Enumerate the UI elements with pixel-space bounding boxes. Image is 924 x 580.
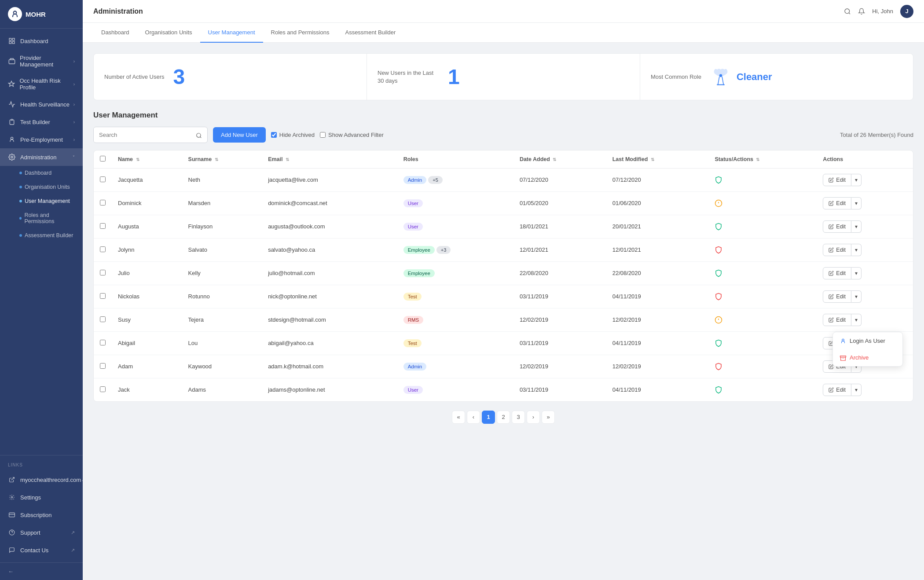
page-1-button[interactable]: 1 <box>482 411 495 424</box>
login-as-user-option[interactable]: Login As User <box>833 332 902 349</box>
tab-organisation-units[interactable]: Organisation Units <box>137 23 200 43</box>
most-common-role-value: Cleaner <box>737 71 772 83</box>
action-group: Edit ▾ <box>823 220 907 233</box>
sidebar-item-provider-management[interactable]: Provider Management › <box>0 50 83 73</box>
sidebar-sub-organisation-units[interactable]: Organisation Units <box>0 180 83 194</box>
sidebar-item-pre-employment[interactable]: Pre-Employment › <box>0 131 83 148</box>
sidebar-sub-assessment-builder[interactable]: Assessment Builder <box>0 228 83 242</box>
show-advanced-filter-label: Show Advanced Filter <box>328 132 384 138</box>
show-advanced-filter-checkbox[interactable]: Show Advanced Filter <box>320 132 384 138</box>
col-last-modified: Last Modified ⇅ <box>606 151 709 169</box>
health-surveillance-icon <box>8 100 16 108</box>
sidebar-sub-user-management[interactable]: User Management <box>0 194 83 208</box>
hide-archived-checkbox[interactable]: Hide Archived <box>271 132 315 138</box>
cell-roles: Admin+5 <box>397 168 513 191</box>
row-checkbox[interactable] <box>100 223 106 229</box>
cell-date-added: 07/12/2020 <box>513 168 606 191</box>
sidebar-item-administration[interactable]: Administration ˅ <box>0 148 83 166</box>
tab-roles-permissions[interactable]: Roles and Permissions <box>263 23 337 43</box>
row-checkbox[interactable] <box>100 200 106 206</box>
collapse-button[interactable]: ← <box>0 563 83 580</box>
tab-assessment-builder[interactable]: Assessment Builder <box>337 23 403 43</box>
add-new-user-button[interactable]: Add New User <box>213 127 266 143</box>
dropdown-toggle-button[interactable]: ▾ <box>851 197 862 209</box>
prev-page-button[interactable]: ‹ <box>467 411 480 424</box>
logo[interactable]: MOHR <box>0 0 83 29</box>
sidebar-link-settings[interactable]: Settings <box>0 488 83 506</box>
dropdown-toggle-button[interactable]: ▾ <box>851 384 862 396</box>
cleaner-icon <box>710 66 731 88</box>
row-checkbox[interactable] <box>100 386 106 392</box>
cell-surname: Tejera <box>182 308 262 331</box>
edit-button[interactable]: Edit <box>823 384 851 396</box>
row-checkbox[interactable] <box>100 340 106 345</box>
last-page-button[interactable]: » <box>542 411 555 424</box>
stat-active-users: Number of Active Users 3 <box>94 54 367 100</box>
row-checkbox[interactable] <box>100 293 106 299</box>
row-checkbox[interactable] <box>100 176 106 182</box>
select-all-checkbox[interactable] <box>100 156 106 162</box>
dot-icon <box>19 217 22 220</box>
next-page-button[interactable]: › <box>527 411 540 424</box>
row-checkbox[interactable] <box>100 270 106 275</box>
svg-rect-3 <box>9 41 11 44</box>
edit-button[interactable]: Edit <box>823 174 851 186</box>
svg-rect-26 <box>840 356 846 357</box>
dropdown-toggle-button[interactable]: ▾ <box>851 244 862 256</box>
sidebar-sub-dashboard[interactable]: Dashboard <box>0 166 83 180</box>
active-users-label: Number of Active Users <box>104 73 165 81</box>
edit-button[interactable]: Edit <box>823 220 851 233</box>
tab-user-management[interactable]: User Management <box>200 23 263 43</box>
tab-dashboard[interactable]: Dashboard <box>93 23 137 43</box>
edit-button[interactable]: Edit <box>823 314 851 326</box>
svg-point-9 <box>11 496 13 498</box>
search-icon[interactable] <box>844 7 851 15</box>
edit-button[interactable]: Edit <box>823 290 851 303</box>
dropdown-toggle-button[interactable]: ▾ <box>851 267 862 279</box>
dropdown-toggle-button[interactable]: ▾ <box>851 174 862 186</box>
sidebar-item-health-surveillance[interactable]: Health Surveillance › <box>0 95 83 113</box>
section-title: User Management <box>93 111 913 120</box>
page-3-button[interactable]: 3 <box>512 411 525 424</box>
table-container: Name ⇅ Surname ⇅ Email ⇅ Roles Date Adde… <box>93 150 913 402</box>
edit-button[interactable]: Edit <box>823 267 851 279</box>
edit-button[interactable]: Edit <box>823 244 851 256</box>
dropdown-toggle-button[interactable]: ▾ <box>851 220 862 233</box>
svg-point-25 <box>842 339 844 341</box>
cell-email: salvato@yahoo.ca <box>262 238 397 261</box>
edit-button[interactable]: Edit <box>823 197 851 209</box>
row-checkbox[interactable] <box>100 316 106 322</box>
test-builder-icon <box>8 118 16 126</box>
cell-date-added: 03/11/2019 <box>513 331 606 355</box>
sidebar-item-dashboard[interactable]: Dashboard <box>0 32 83 50</box>
cell-status <box>708 355 817 378</box>
sidebar-item-test-builder[interactable]: Test Builder › <box>0 113 83 131</box>
page-2-button[interactable]: 2 <box>497 411 510 424</box>
cell-email: stdesign@hotmail.com <box>262 308 397 331</box>
cell-date-added: 03/11/2019 <box>513 285 606 308</box>
cell-date-added: 01/05/2020 <box>513 191 606 215</box>
archive-option[interactable]: Archive <box>833 349 902 366</box>
external-icon: ↗ <box>81 477 83 483</box>
search-input[interactable] <box>94 128 191 142</box>
top-bar-right: Hi, John J <box>844 5 913 18</box>
dropdown-toggle-button[interactable]: ▾ <box>851 314 862 326</box>
dropdown-toggle-button[interactable]: ▾ <box>851 290 862 303</box>
sidebar-link-contact-us[interactable]: Contact Us ↗ <box>0 541 83 559</box>
sidebar-link-myocc[interactable]: myocchealthrecord.com ↗ <box>0 471 83 488</box>
row-checkbox[interactable] <box>100 246 106 252</box>
first-page-button[interactable]: « <box>452 411 465 424</box>
row-checkbox[interactable] <box>100 363 106 369</box>
sidebar-sub-roles-permissions[interactable]: Roles and Permissions <box>0 208 83 228</box>
table-row: Susy Tejera stdesign@hotmail.com RMS 12/… <box>94 308 913 331</box>
search-button[interactable] <box>191 127 207 142</box>
cell-surname: Kelly <box>182 261 262 285</box>
table-row: Dominick Marsden dominick@comcast.net Us… <box>94 191 913 215</box>
sidebar-item-occ-health[interactable]: Occ Health Risk Profile › <box>0 73 83 95</box>
user-avatar[interactable]: J <box>900 5 913 18</box>
sidebar-link-subscription[interactable]: Subscription <box>0 506 83 524</box>
notifications-icon[interactable] <box>858 7 865 15</box>
role-badge: Admin <box>403 363 427 371</box>
sidebar-link-support[interactable]: Support ↗ <box>0 524 83 541</box>
external-icon3: ↗ <box>71 547 75 553</box>
